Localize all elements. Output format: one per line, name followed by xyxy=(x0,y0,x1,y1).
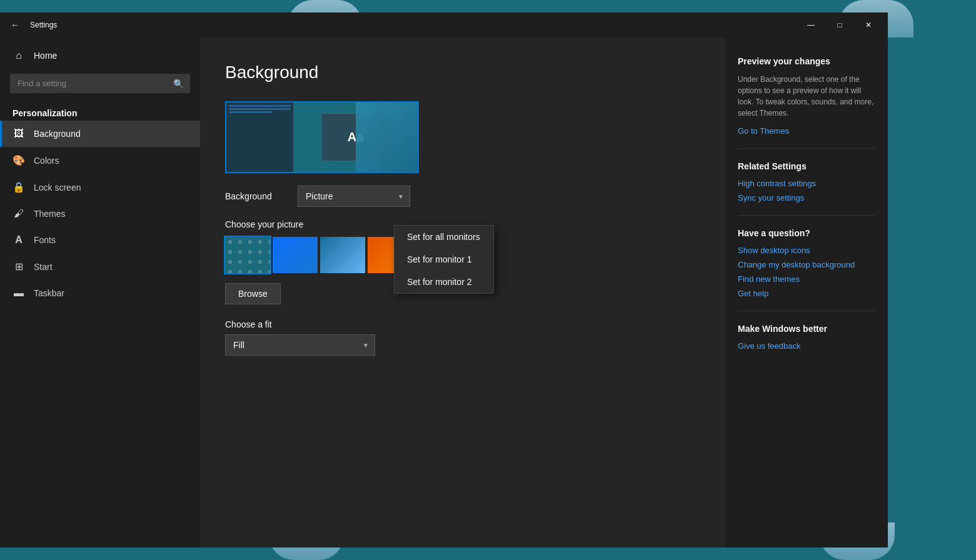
search-icon: 🔍 xyxy=(173,79,184,89)
search-input[interactable] xyxy=(10,74,190,93)
close-button[interactable]: ✕ xyxy=(854,15,883,35)
background-type-label: Background xyxy=(225,191,288,201)
change-background-link[interactable]: Change my desktop background xyxy=(738,260,875,269)
start-icon: ⊞ xyxy=(13,261,25,272)
show-desktop-icons-link[interactable]: Show desktop icons xyxy=(738,246,875,255)
background-preview: Aa xyxy=(225,101,419,173)
preview-bar-1 xyxy=(229,105,291,107)
sidebar-item-background[interactable]: 🖼 Background xyxy=(0,121,200,147)
sidebar-item-home[interactable]: ⌂ Home xyxy=(0,42,200,69)
themes-icon: 🖌 xyxy=(13,208,25,219)
give-feedback-link[interactable]: Give us feedback xyxy=(738,341,875,351)
nav-label-taskbar: Taskbar xyxy=(34,288,64,298)
sidebar-item-lock-screen[interactable]: 🔒 Lock screen xyxy=(0,174,200,201)
lock-screen-icon: 🔒 xyxy=(13,181,25,193)
fit-select-wrapper: Fill Fit Stretch Tile Center Span ▼ xyxy=(225,334,375,356)
nav-label-start: Start xyxy=(34,262,53,272)
sidebar-section-label: Personalization xyxy=(0,103,200,121)
context-menu: Set for all monitors Set for monitor 1 S… xyxy=(394,225,494,294)
fit-label: Choose a fit xyxy=(225,319,700,329)
preview-left xyxy=(226,102,293,172)
sidebar: ⌂ Home 🔍 Personalization 🖼 Background 🎨 … xyxy=(0,38,200,548)
make-windows-better-title: Make Windows better xyxy=(738,324,875,334)
title-bar: ← Settings — □ ✕ xyxy=(0,12,888,38)
nav-label-fonts: Fonts xyxy=(34,235,56,245)
background-type-select-wrapper: Picture Solid color Slideshow ▼ xyxy=(298,186,410,207)
nav-label-lock-screen: Lock screen xyxy=(34,182,81,192)
maximize-button[interactable]: □ xyxy=(825,15,854,35)
nav-label-background: Background xyxy=(34,129,81,139)
thumb-2[interactable] xyxy=(273,237,318,273)
thumb-3[interactable] xyxy=(320,237,365,273)
context-menu-item-monitor-1[interactable]: Set for monitor 1 xyxy=(395,248,493,271)
find-new-themes-link[interactable]: Find new themes xyxy=(738,274,875,284)
divider-1 xyxy=(738,148,875,149)
nav-label-themes: Themes xyxy=(34,209,66,219)
page-title: Background xyxy=(225,62,700,82)
sidebar-item-start[interactable]: ⊞ Start xyxy=(0,253,200,280)
divider-3 xyxy=(738,311,875,311)
fonts-icon: A xyxy=(13,234,25,246)
right-panel: Preview your changes Under Background, s… xyxy=(725,38,888,548)
sidebar-item-themes[interactable]: 🖌 Themes xyxy=(0,201,200,227)
preview-right: Aa xyxy=(293,102,418,172)
colors-icon: 🎨 xyxy=(13,154,25,166)
window-title: Settings xyxy=(30,21,57,29)
background-type-row: Background Picture Solid color Slideshow… xyxy=(225,186,700,207)
sync-settings-link[interactable]: Sync your settings xyxy=(738,193,875,202)
preview-inner: Aa xyxy=(226,102,418,172)
window-controls: — □ ✕ xyxy=(797,15,883,35)
background-type-select[interactable]: Picture Solid color Slideshow xyxy=(298,186,410,207)
sidebar-item-colors[interactable]: 🎨 Colors xyxy=(0,147,200,174)
fit-select[interactable]: Fill Fit Stretch Tile Center Span xyxy=(225,334,375,356)
sidebar-home-label: Home xyxy=(34,51,57,61)
preview-bar-3 xyxy=(229,111,272,113)
context-menu-item-monitor-2[interactable]: Set for monitor 2 xyxy=(395,271,493,293)
divider-2 xyxy=(738,215,875,216)
preview-title: Preview your changes xyxy=(738,56,875,66)
preview-description: Under Background, select one of the opti… xyxy=(738,74,875,119)
home-icon: ⌂ xyxy=(13,50,25,61)
content-area: Background Aa Background xyxy=(200,38,725,548)
preview-bg-part xyxy=(356,102,418,172)
background-icon: 🖼 xyxy=(13,128,25,139)
settings-window: ← Settings — □ ✕ ⌂ Home 🔍 Personalizatio… xyxy=(0,12,888,548)
high-contrast-link[interactable]: High contrast settings xyxy=(738,179,875,188)
context-menu-item-all-monitors[interactable]: Set for all monitors xyxy=(395,226,493,248)
preview-bar-2 xyxy=(229,108,291,110)
minimize-button[interactable]: — xyxy=(797,15,825,35)
go-to-themes-link[interactable]: Go to Themes xyxy=(738,126,875,136)
sidebar-item-fonts[interactable]: A Fonts xyxy=(0,227,200,253)
nav-label-colors: Colors xyxy=(34,156,59,166)
main-content: ⌂ Home 🔍 Personalization 🖼 Background 🎨 … xyxy=(0,38,888,548)
have-question-title: Have a question? xyxy=(738,228,875,238)
browse-button[interactable]: Browse xyxy=(225,283,281,304)
taskbar-icon: ▬ xyxy=(13,288,25,299)
thumb-1[interactable] xyxy=(225,237,270,273)
get-help-link[interactable]: Get help xyxy=(738,289,875,298)
related-settings-title: Related Settings xyxy=(738,161,875,171)
back-button[interactable]: ← xyxy=(5,15,25,35)
sidebar-item-taskbar[interactable]: ▬ Taskbar xyxy=(0,280,200,306)
search-box: 🔍 xyxy=(10,74,190,93)
